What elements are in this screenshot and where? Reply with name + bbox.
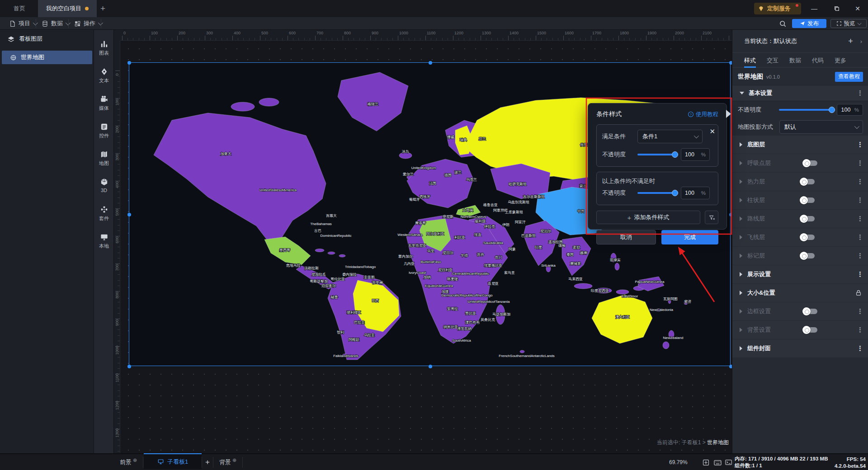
section-飞线层[interactable]: 飞线层⋮ [732, 228, 868, 246]
tab-数据[interactable]: 数据 [789, 53, 801, 68]
dock-item-media[interactable]: 媒体 [94, 95, 114, 117]
state-bar: 当前状态： 默认状态 + › [732, 30, 868, 53]
cancel-button[interactable]: 取消 [596, 230, 656, 244]
toggle-knob [802, 326, 811, 334]
condition-select[interactable]: 条件1 [637, 130, 703, 143]
kebab-menu-icon[interactable]: ⋮ [857, 344, 862, 352]
map-country-label: SaudiArabia [483, 241, 503, 245]
confirm-button[interactable]: 完成 [661, 230, 718, 244]
kebab-menu-icon[interactable]: ⋮ [857, 326, 862, 334]
shortcut-keys-button[interactable] [712, 457, 722, 467]
opacity-slider[interactable] [637, 154, 675, 155]
chevron-right-icon[interactable]: › [860, 38, 862, 45]
slider-knob[interactable] [829, 107, 835, 113]
tab-更多[interactable]: 更多 [835, 53, 846, 68]
view-tutorial-button[interactable]: 查看教程 [835, 72, 863, 82]
foreground-button[interactable]: 前景⊕ [114, 454, 143, 470]
add-state-button[interactable]: + [848, 37, 853, 46]
tab-样式[interactable]: 样式 [744, 53, 756, 68]
toggle-off[interactable] [801, 235, 815, 240]
section-热力层[interactable]: 热力层⋮ [732, 173, 868, 191]
preview-button[interactable]: 预览 [830, 19, 867, 28]
tab-代码[interactable]: 代码 [812, 53, 824, 68]
kebab-menu-icon[interactable]: ⋮ [857, 178, 862, 186]
close-button[interactable]: ✕ [847, 0, 868, 17]
toggle-off[interactable] [801, 216, 815, 221]
else-opacity-slider[interactable] [637, 192, 675, 194]
kebab-menu-icon[interactable]: ⋮ [857, 141, 862, 149]
slider-knob[interactable] [672, 151, 678, 158]
filter-add-button[interactable] [705, 211, 718, 224]
zoom-level[interactable]: 69.79% [669, 454, 688, 470]
toggle-off[interactable] [801, 197, 815, 203]
slider-knob[interactable] [672, 190, 678, 196]
fit-view-icon [702, 459, 710, 466]
condition-select-value: 条件1 [642, 132, 657, 141]
dock-item-local[interactable]: 本地 [94, 233, 114, 254]
projection-select[interactable]: 默认 [779, 120, 863, 134]
kebab-menu-icon[interactable]: ⋮ [857, 196, 862, 204]
else-opacity-input[interactable]: 100 % [681, 187, 710, 199]
board-tab[interactable]: 子看板1 [144, 453, 202, 469]
section-组件封面[interactable]: 组件封面⋮ [732, 339, 868, 357]
kebab-menu-icon[interactable]: ⋮ [857, 215, 862, 223]
dock-item-widget[interactable]: 控件 [94, 122, 114, 144]
plus-icon: + [205, 458, 210, 467]
kebab-menu-icon[interactable]: ⋮ [857, 159, 862, 167]
search-button[interactable] [777, 19, 788, 28]
dock-item-text[interactable]: 文本 [94, 67, 114, 89]
remove-condition-button[interactable]: ✕ [709, 128, 715, 135]
toggle-off[interactable] [804, 160, 817, 166]
add-board-button[interactable]: + [202, 454, 213, 470]
dock-item-chart[interactable]: 图表 [94, 40, 114, 61]
section-路线层[interactable]: 路线层⋮ [732, 210, 868, 228]
background-button[interactable]: 背景⊕ [213, 454, 242, 470]
opacity-slider[interactable] [779, 109, 833, 111]
kebab-menu-icon[interactable]: ⋮ [857, 233, 862, 241]
tutorial-link[interactable]: ? 使用教程 [688, 111, 718, 118]
map-country-label: 突尼斯 [443, 215, 453, 219]
view-tutorial-label: 查看教程 [838, 73, 860, 80]
custom-service-button[interactable]: 定制服务 [754, 3, 801, 14]
map-country-label: 博茨瓦纳 [457, 327, 472, 331]
map-country-label: 纳米比亚 [443, 325, 458, 329]
section-边框设置[interactable]: 边框设置⋮ [732, 302, 868, 320]
section-呼吸点层[interactable]: 呼吸点层⋮ [732, 154, 868, 172]
fit-view-button[interactable] [701, 457, 711, 467]
map-country-label: 乍得 [461, 254, 468, 258]
section-底图层[interactable]: 底图层⋮ [732, 136, 868, 154]
dock-item-map[interactable]: 地图 [94, 150, 114, 172]
layer-item-world-map[interactable]: 世界地图 [2, 51, 92, 64]
kebab-menu-icon[interactable]: ⋮ [857, 307, 862, 315]
section-大小&位置[interactable]: 大小&位置 [732, 284, 868, 302]
menu-separator [68, 19, 69, 28]
add-condition-button[interactable]: + 添加条件样式 [596, 211, 700, 224]
section-背景设置[interactable]: 背景设置⋮ [732, 321, 868, 339]
console-button[interactable] [723, 457, 733, 467]
toggle-off[interactable] [801, 253, 815, 258]
maximize-button[interactable] [826, 0, 847, 17]
dock-item-kit[interactable]: 套件 [94, 205, 114, 227]
toggle-off[interactable] [804, 327, 817, 333]
kebab-menu-icon[interactable]: ⋮ [857, 252, 862, 260]
opacity-input[interactable]: 100 % [837, 104, 863, 116]
minimize-button[interactable]: — [804, 0, 825, 17]
add-circle-icon[interactable]: ⊕ [232, 457, 236, 463]
toggle-off[interactable] [804, 309, 817, 314]
dock-item-cube[interactable]: 3D [94, 178, 114, 199]
tab-交互[interactable]: 交互 [767, 53, 778, 68]
map-country-label: 尼泊尔 [540, 229, 551, 233]
section-标记层[interactable]: 标记层⋮ [732, 247, 868, 265]
kebab-menu-icon[interactable]: ⋮ [857, 270, 862, 278]
section-basic-settings[interactable]: 基本设置 ⋮ [732, 85, 868, 101]
section-展示设置[interactable]: 展示设置⋮ [732, 265, 868, 283]
toggle-off[interactable] [801, 179, 815, 184]
opacity-input[interactable]: 100 % [681, 148, 710, 161]
section-柱状层[interactable]: 柱状层⋮ [732, 191, 868, 209]
title-tab-active[interactable]: 我的空白项目 [38, 0, 97, 17]
kebab-menu-icon[interactable]: ⋮ [857, 89, 862, 97]
add-circle-icon[interactable]: ⊕ [133, 457, 137, 463]
title-tab-home[interactable]: 首页 [5, 0, 33, 17]
new-tab-button[interactable]: + [96, 0, 110, 17]
publish-button[interactable]: 发布 [792, 19, 826, 28]
